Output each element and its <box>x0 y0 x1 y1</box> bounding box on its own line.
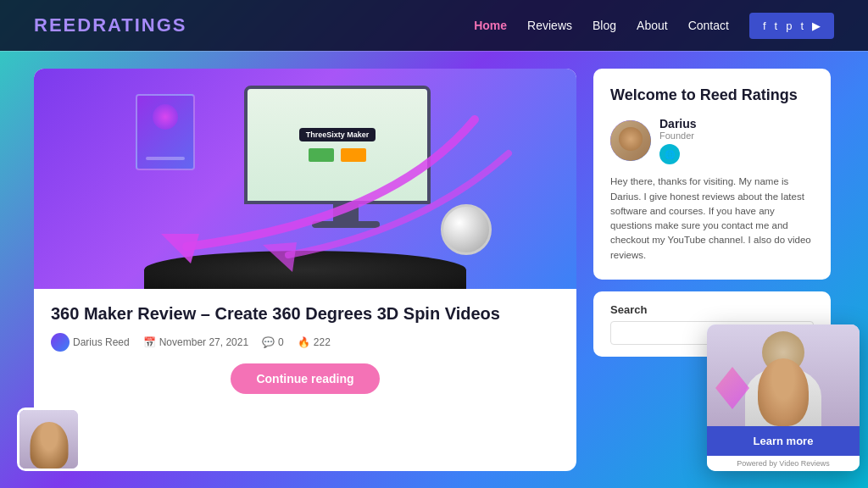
nav-contact[interactable]: Contact <box>688 19 729 32</box>
box-face <box>136 94 195 170</box>
site-header: ReedRatings Home Reviews Blog About Cont… <box>0 0 868 51</box>
video-overlay-widget: Learn more Powered by Video Reviews <box>707 324 860 471</box>
nav-about[interactable]: About <box>637 19 668 32</box>
views-icon: 🔥 <box>298 336 310 348</box>
article-featured-image: ThreeSixty Maker <box>34 69 576 289</box>
meta-author: Darius Reed <box>51 333 130 352</box>
author-name: Darius Reed <box>73 336 130 348</box>
monitor-base <box>312 221 380 228</box>
youtube-icon[interactable]: ▶ <box>812 19 821 32</box>
bottom-left-thumbnail[interactable] <box>17 408 81 471</box>
learn-more-button[interactable]: Learn more <box>707 426 860 456</box>
tumblr-icon[interactable]: t <box>800 19 804 32</box>
camera-ball-graphic <box>441 204 492 255</box>
threesixty-badge: ThreeSixty Maker <box>299 128 376 141</box>
monitor-stand <box>333 204 359 221</box>
author-role: Founder <box>659 130 697 141</box>
site-logo[interactable]: ReedRatings <box>34 14 187 36</box>
monitor-graphic: ThreeSixty Maker <box>244 86 448 238</box>
article-title: 360 Maker Review – Create 360 Degrees 3D… <box>51 302 559 324</box>
logo-text: ReedRatings <box>34 14 187 36</box>
pinterest-icon[interactable]: p <box>786 19 792 32</box>
product-box-graphic <box>136 94 212 187</box>
social-icons-bar: f t p t ▶ <box>749 13 834 39</box>
monitor-screen: ThreeSixty Maker <box>244 86 431 204</box>
nav-home[interactable]: Home <box>474 19 507 32</box>
author-mini-avatar <box>51 333 70 352</box>
article-meta: Darius Reed 📅 November 27, 2021 💬 0 🔥 22… <box>51 333 559 352</box>
stage-platform <box>144 251 466 289</box>
view-count: 222 <box>314 336 331 348</box>
article-card: ThreeSixty Maker <box>34 69 576 471</box>
twitter-icon[interactable]: t <box>775 19 778 32</box>
article-body: 360 Maker Review – Create 360 Degrees 3D… <box>34 289 576 408</box>
author-avatar <box>610 120 651 161</box>
facebook-icon[interactable]: f <box>763 19 766 32</box>
author-social-icon[interactable]: 🌐 <box>659 144 680 164</box>
video-thumbnail <box>707 324 860 426</box>
nav-reviews[interactable]: Reviews <box>527 19 572 32</box>
meta-views: 🔥 222 <box>298 336 331 348</box>
continue-reading-button[interactable]: Continue reading <box>231 363 379 394</box>
author-details: Darius Founder 🌐 <box>659 117 697 164</box>
video-footer-text: Powered by Video Reviews <box>707 456 860 471</box>
author-display-name: Darius <box>659 117 697 130</box>
main-nav: Home Reviews Blog About Contact f t p t … <box>474 13 834 39</box>
article-date: November 27, 2021 <box>159 336 248 348</box>
video-person-image <box>707 324 860 426</box>
calendar-icon: 📅 <box>143 336 156 348</box>
comment-icon: 💬 <box>262 336 275 348</box>
welcome-title: Welcome to Reed Ratings <box>610 86 814 105</box>
thumbnail-image <box>19 410 78 469</box>
comment-count: 0 <box>278 336 284 348</box>
monitor-screen-inner: ThreeSixty Maker <box>248 89 427 201</box>
meta-date: 📅 November 27, 2021 <box>143 336 248 348</box>
bio-text: Hey there, thanks for visiting. My name … <box>610 175 814 263</box>
author-info: Darius Founder 🌐 <box>610 117 814 164</box>
nav-blog[interactable]: Blog <box>593 19 616 32</box>
welcome-widget: Welcome to Reed Ratings Darius Founder 🌐… <box>593 69 831 280</box>
meta-comments: 💬 0 <box>262 336 284 348</box>
search-label: Search <box>610 303 814 316</box>
